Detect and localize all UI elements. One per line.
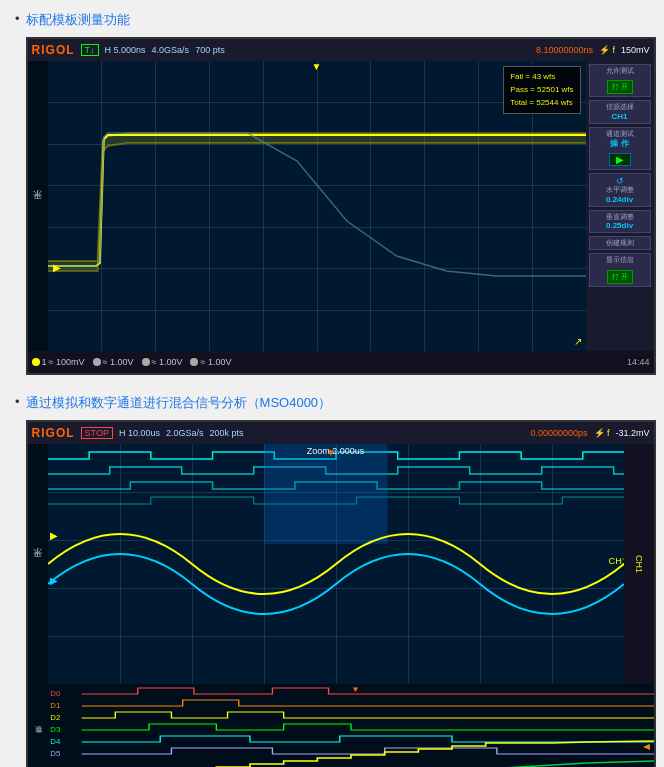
svg-text:D3: D3 [50,725,60,733]
scope1-ch1: 1 ≈ 100mV [32,357,85,367]
scope1-ch1-label: 1 [42,357,47,367]
scope1-main: 水平 [28,61,654,351]
scope1-sidebar: 允许测试 打 开 信源选择 CH1 通道测试 操 作 ▶ ↺ 水平调整 [586,61,654,351]
scope2-grid: CH1 ▼ ▶ ▶ Zoom 2.000us [48,444,624,684]
section2-link[interactable]: 通过模拟和数字通道进行混合信号分析（MSO4000） [26,394,332,412]
scope1-bottom-arrow: ↗ [574,336,582,347]
scope1-ch2-scale: ≈ 1.00V [103,357,134,367]
bullet1: • [15,11,20,26]
svg-text:▶: ▶ [53,262,61,273]
sb1-val3: 操 作 [593,138,647,149]
scope1-voltscale: 150mV [621,45,650,55]
svg-text:▶: ▶ [50,575,58,586]
svg-text:D4: D4 [50,737,60,745]
scope1-timebase: H 5.000ns [105,45,146,55]
scope2-samplerate: 2.0GSa/s [166,428,204,438]
scope1-ch1-dot [32,358,40,366]
scope1-ch2: ≈ 1.00V [93,357,134,367]
scope1-time: 14:44 [627,357,650,367]
scope1-sampleinfo: 700 pts [195,45,225,55]
sb1-btn1[interactable]: 打 开 [607,80,633,94]
svg-text:D2: D2 [50,713,60,721]
sb1-title4: 水平调整 [593,186,647,194]
sb1-title2: 信源选择 [593,103,647,111]
sb1-item6: 创建规则 [589,236,651,250]
scope1-grid: ▶ Fail = 43 wfs Pass = 52501 wfs Total =… [48,61,586,351]
scope2-zoom-label: Zoom 2.000us [307,446,365,456]
sb1-btn7[interactable]: 打 开 [607,270,633,284]
scope1-ch4: ≈ 1.00V [190,357,231,367]
sb1-title5: 垂直调整 [593,213,647,221]
scope2-trigger-icon: ⚡ f [594,428,610,438]
scope2-main: 水平 [28,444,654,684]
scope1-samplerate: 4.0GSa/s [152,45,190,55]
scope2-ch1-label: CH1 [634,555,644,573]
sb1-title3: 通道测试 [593,130,647,138]
scope1-ch4-dot [190,358,198,366]
sb1-item7: 显示信息 打 开 [589,253,651,286]
oscilloscope-2: RIGOL STOP H 10.00us 2.0GSa/s 200k pts 0… [26,420,656,767]
scope1-ch1-scale: ≈ 100mV [49,357,85,367]
svg-text:D5: D5 [50,749,60,757]
scope1-stat-fail: Fail = 43 wfs [510,71,573,84]
sb1-item5: 垂直调整 0.25div [589,210,651,233]
scope1-triggerlevel: 8.10000000ns [536,45,593,55]
scope2-digital-svg: D0 D1 D2 D3 D4 [48,684,654,767]
scope2-analog-svg: CH1 ▼ ▶ ▶ [48,444,624,684]
svg-marker-0 [48,133,586,271]
oscilloscope-1: RIGOL T↓ H 5.000ns 4.0GSa/s 700 pts 8.10… [26,37,656,375]
sb1-item1: 允许测试 打 开 [589,64,651,97]
bullet2: • [15,394,20,409]
sb1-title7: 显示信息 [593,256,647,264]
scope2-digital-ylabel: 数字 [28,684,48,767]
svg-text:CH1: CH1 [608,556,623,566]
sb1-title6: 创建规则 [593,239,647,247]
scope2-status: STOP [81,427,113,439]
sb1-item2: 信源选择 CH1 [589,100,651,123]
scope2-ch1-panel: CH1 [624,444,654,684]
scope2-sampleinfo: 200k pts [209,428,243,438]
scope1-topbar: RIGOL T↓ H 5.000ns 4.0GSa/s 700 pts 8.10… [28,39,654,61]
svg-text:D0: D0 [50,689,60,697]
svg-rect-2 [264,444,387,544]
scope1-stats: Fail = 43 wfs Pass = 52501 wfs Total = 5… [503,66,580,114]
svg-text:▶: ▶ [50,530,58,541]
scope1-ch2-dot [93,358,101,366]
section1-item: • 标配模板测量功能 RIGOL T↓ H 5.000ns 4.0GSa/s 7… [15,10,649,375]
scope1-ch3-scale: ≈ 1.00V [152,357,183,367]
scope2-voltscale: -31.2mV [616,428,650,438]
sb1-rotate-icon: ↺ [593,176,647,186]
scope2-digital: 数字 D0 D1 D2 D3 [28,684,654,767]
sb1-val4: 0.24div [593,195,647,204]
sb1-item4: ↺ 水平调整 0.24div [589,173,651,206]
scope2-ylabel: 水平 [28,444,48,684]
scope1-trigger-marker: ▼ [312,61,322,72]
scope1-ch3: ≈ 1.00V [142,357,183,367]
scope1-status: T↓ [81,44,99,56]
scope1-stat-total: Total = 52544 wfs [510,97,573,110]
svg-text:D1: D1 [50,701,60,709]
scope1-trigger-icon: ⚡ f [599,45,615,55]
sb1-title1: 允许测试 [593,67,647,75]
scope1-bottombar: 1 ≈ 100mV ≈ 1.00V ≈ 1.00V ≈ 1.00V 14:44 [28,351,654,373]
rigol-logo-1: RIGOL [32,43,75,57]
svg-text:▼: ▼ [351,684,360,693]
section1-link[interactable]: 标配模板测量功能 [26,11,130,29]
scope1-stat-pass: Pass = 52501 wfs [510,84,573,97]
scope1-ch4-scale: ≈ 1.00V [200,357,231,367]
scope1-ylabel: 水平 [28,61,48,351]
section2-item: • 通过模拟和数字通道进行混合信号分析（MSO4000） RIGOL STOP … [15,393,649,767]
rigol-logo-2: RIGOL [32,426,75,440]
scope2-triggerlevel: 0.00000000ps [530,428,587,438]
sb1-play[interactable]: ▶ [609,153,631,166]
svg-text:◀: ◀ [642,741,649,750]
scope2-topbar: RIGOL STOP H 10.00us 2.0GSa/s 200k pts 0… [28,422,654,444]
scope2-digital-area: D0 D1 D2 D3 D4 [48,684,654,767]
sb1-item3: 通道测试 操 作 ▶ [589,127,651,170]
sb1-val2: CH1 [593,112,647,121]
sb1-val5: 0.25div [593,221,647,230]
scope1-ch3-dot [142,358,150,366]
scope2-timebase: H 10.00us [119,428,160,438]
